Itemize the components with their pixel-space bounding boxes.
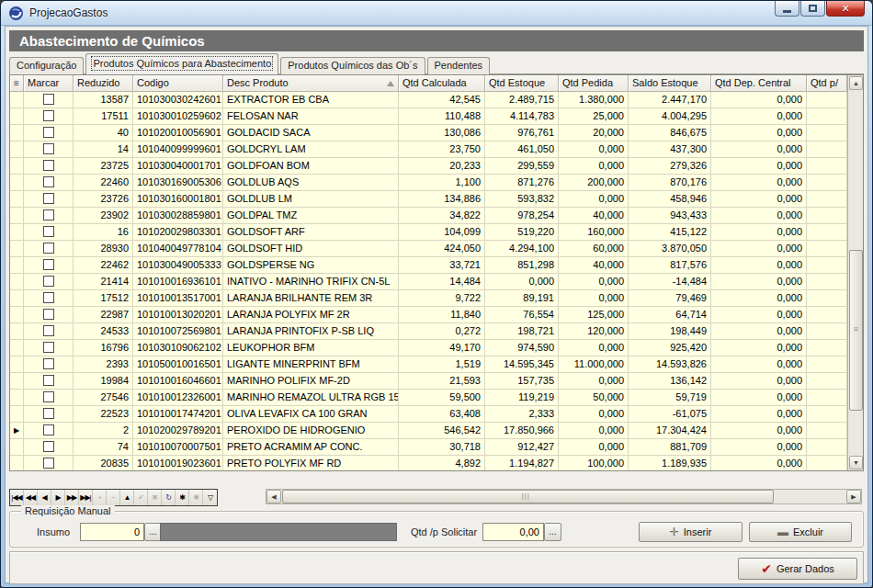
tab-1[interactable]: Produtos Químicos para Abastecimento (85, 53, 278, 74)
marcar-checkbox[interactable] (43, 424, 54, 435)
marcar-checkbox[interactable] (43, 143, 54, 154)
marcar-checkbox[interactable] (43, 342, 54, 353)
cell-reduzido: 20835 (74, 456, 133, 470)
column-header-qtd-calculada[interactable]: Qtd Calculada (399, 75, 485, 92)
marcar-checkbox[interactable] (43, 391, 54, 402)
tab-3[interactable]: Pendentes (427, 57, 491, 74)
marcar-checkbox[interactable] (43, 259, 54, 270)
nav-filter-icon[interactable]: ▽ (203, 490, 217, 505)
table-row[interactable]: 16796101030109062102LEUKOPHOR BFM49,1709… (10, 340, 847, 356)
tab-2[interactable]: Produtos Químicos das Ob´s (280, 57, 425, 74)
table-row[interactable]: 23902101030028859801GOLDPAL TMZ34,822978… (10, 208, 847, 224)
scroll-left-icon[interactable]: ◀ (266, 490, 281, 503)
nav-refresh-icon[interactable]: ↻ (162, 490, 176, 505)
marcar-checkbox[interactable] (43, 458, 54, 469)
column-header-desc-produto[interactable]: Desc Produto (223, 75, 399, 92)
table-row[interactable]: 20835101010019023601PRETO POLYFIX MF RD4… (10, 456, 847, 470)
scroll-up-icon[interactable]: ▲ (849, 76, 863, 90)
nav-last-icon[interactable]: ▶▶| (79, 490, 93, 505)
column-header-codigo[interactable]: Codigo (133, 75, 223, 92)
table-row[interactable]: 28930101040049778104GOLDSOFT HID424,0504… (10, 241, 847, 257)
cell-codigo: 101050010016501 (133, 356, 223, 373)
cell-qtd_p (807, 406, 847, 423)
table-row[interactable]: 24533101010072569801LARANJA PRINTOFIX P-… (10, 323, 847, 340)
marcar-cell (24, 390, 74, 406)
table-row[interactable]: 16101020029803301GOLDSOFT ARF104,099519,… (10, 224, 847, 241)
table-row[interactable]: 22462101030049005333GOLDSPERSE NG33,7218… (10, 257, 847, 274)
cell-reduzido: 23726 (74, 191, 133, 208)
marcar-checkbox[interactable] (43, 309, 54, 320)
column-header-qtd-pedida[interactable]: Qtd Pedida (559, 75, 629, 92)
cell-qtd_pedida: 25,000 (559, 108, 629, 125)
cell-reduzido: 17512 (74, 290, 133, 307)
nav-next-icon[interactable]: ▶ (51, 490, 65, 505)
marcar-checkbox[interactable] (43, 375, 54, 386)
marcar-checkbox[interactable] (43, 209, 54, 220)
table-row[interactable]: 23726101030160001801GOLDLUB LM134,886593… (10, 191, 847, 208)
table-row[interactable]: 23725101030040001701GOLDFOAN BOM20,23329… (10, 158, 847, 175)
cell-reduzido: 23725 (74, 158, 133, 175)
gerar-dados-button[interactable]: ✔ Gerar Dados (738, 558, 857, 580)
nav-prior-page-icon[interactable]: ◀◀ (24, 490, 38, 505)
marcar-checkbox[interactable] (43, 441, 54, 452)
horizontal-scrollbar[interactable]: ◀ ▶ (266, 489, 862, 504)
table-row[interactable]: 14101040099999601GOLDCRYL LAM23,750461,0… (10, 141, 847, 158)
table-row[interactable]: 40101020010056901GOLDACID SACA130,086976… (10, 125, 847, 141)
scroll-right-icon[interactable]: ▶ (846, 490, 861, 503)
scroll-down-icon[interactable]: ▼ (849, 456, 863, 469)
table-row[interactable]: 17512101010013517001LARANJA BRILHANTE RE… (10, 290, 847, 307)
marcar-checkbox[interactable] (43, 176, 54, 187)
nav-bookmark-icon[interactable]: ✱ (176, 490, 189, 505)
marcar-checkbox[interactable] (43, 110, 54, 121)
marcar-checkbox[interactable] (43, 193, 54, 204)
table-row[interactable]: 13587101030030242601EXTRACTOR EB CBA42,5… (10, 92, 847, 108)
nav-first-icon[interactable]: |◀◀ (10, 490, 24, 505)
table-row[interactable]: 21414101010016936101INATIVO - MARINHO TR… (10, 274, 847, 290)
table-row[interactable]: 22523101010017474201OLIVA LEVAFIX CA 100… (10, 406, 847, 423)
nav-next-page-icon[interactable]: ▶▶ (65, 490, 79, 505)
tab-0[interactable]: Configuração (9, 57, 84, 74)
column-header-reduzido[interactable]: Reduzido (74, 75, 133, 92)
horizontal-scroll-thumb[interactable] (282, 490, 774, 503)
marcar-checkbox[interactable] (43, 160, 54, 171)
titlebar: ProjecaoGastos ✕ (1, 1, 872, 26)
column-header-qtd-estoque[interactable]: Qtd Estoque (485, 75, 559, 92)
marcar-checkbox[interactable] (43, 292, 54, 303)
marcar-checkbox[interactable] (43, 408, 54, 419)
qtd-lookup-button[interactable]: ... (544, 523, 561, 541)
table-row[interactable]: 19984101010016046601MARINHO POLIFIX MF-2… (10, 373, 847, 390)
minimize-button[interactable] (775, 1, 799, 17)
table-row[interactable]: 22460101030169005306GOLDLUB AQS1,100871,… (10, 175, 847, 191)
marcar-checkbox[interactable] (43, 243, 54, 254)
table-row[interactable]: 2393101050010016501LIGANTE MINERPRINT BF… (10, 356, 847, 373)
marcar-cell (24, 356, 74, 373)
marcar-checkbox[interactable] (43, 276, 54, 287)
qtd-solicitar-input[interactable] (482, 523, 544, 541)
insumo-input[interactable] (80, 523, 144, 541)
table-row[interactable]: 17511101030010259602FELOSAN NAR110,4884.… (10, 108, 847, 125)
maximize-button[interactable] (800, 1, 825, 17)
nav-prior-icon[interactable]: ◀ (38, 490, 51, 505)
grid-options-icon[interactable]: ≡ (10, 75, 24, 92)
close-button[interactable]: ✕ (826, 1, 865, 17)
marcar-checkbox[interactable] (43, 94, 54, 105)
inserir-button[interactable]: ✛ Inserir (639, 522, 743, 542)
column-header-saldo-estoque[interactable]: Saldo Estoque (629, 75, 711, 92)
table-row[interactable]: 22987101010013020201LARANJA POLYFIX MF 2… (10, 307, 847, 323)
vertical-scroll-thumb[interactable] (849, 250, 863, 411)
cell-qtd_calculada: 49,170 (399, 340, 485, 356)
excluir-button[interactable]: ▬ Excluir (749, 522, 852, 542)
cell-desc: GOLDLUB LM (223, 191, 399, 208)
marcar-checkbox[interactable] (43, 226, 54, 237)
marcar-checkbox[interactable] (43, 325, 54, 336)
marcar-checkbox[interactable] (43, 127, 54, 138)
vertical-scrollbar[interactable]: ▲ ▼ (847, 75, 863, 470)
marcar-checkbox[interactable] (43, 358, 54, 369)
table-row[interactable]: ▶2101020029789201PEROXIDO DE HIDROGENIO5… (10, 423, 847, 439)
nav-edit-icon[interactable]: ▲ (120, 490, 134, 505)
column-header-qtd-p-[interactable]: Qtd p/ (807, 75, 847, 92)
table-row[interactable]: 27546101010012326001MARINHO REMAZOL ULTR… (10, 390, 847, 406)
column-header-qtd-dep-central[interactable]: Qtd Dep. Central (711, 75, 807, 92)
column-header-marcar[interactable]: Marcar (24, 75, 74, 92)
table-row[interactable]: 74101010070007501PRETO ACRAMIM AP CONC.3… (10, 439, 847, 456)
